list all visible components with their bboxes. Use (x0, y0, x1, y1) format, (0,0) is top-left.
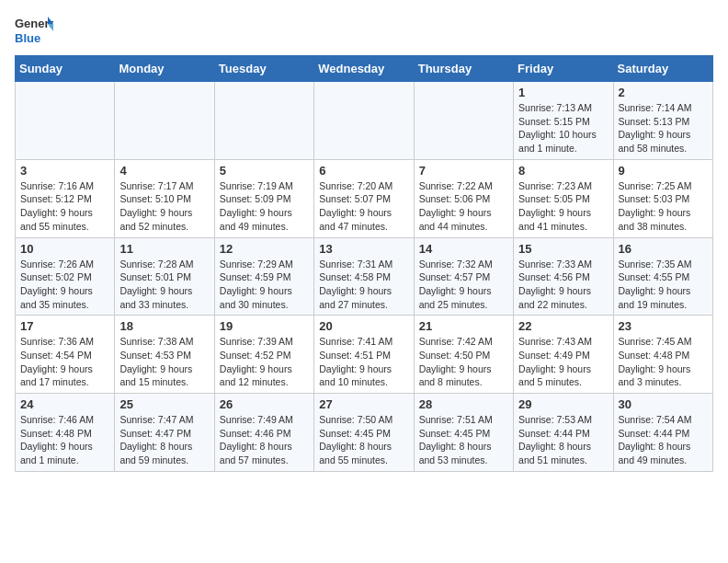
svg-text:General: General (15, 17, 53, 30)
calendar-cell: 29Sunrise: 7:53 AMSunset: 4:44 PMDayligh… (514, 394, 613, 472)
calendar-week-row: 10Sunrise: 7:26 AMSunset: 5:02 PMDayligh… (16, 237, 713, 316)
calendar-cell: 19Sunrise: 7:39 AMSunset: 4:52 PMDayligh… (214, 316, 313, 394)
calendar-cell: 30Sunrise: 7:54 AMSunset: 4:44 PMDayligh… (613, 394, 712, 472)
calendar-week-row: 1Sunrise: 7:13 AMSunset: 5:15 PMDaylight… (16, 82, 713, 160)
day-info: Sunrise: 7:23 AMSunset: 5:05 PMDaylight:… (518, 179, 608, 234)
calendar-cell: 20Sunrise: 7:41 AMSunset: 4:51 PMDayligh… (314, 316, 414, 394)
calendar-cell: 2Sunrise: 7:14 AMSunset: 5:13 PMDaylight… (613, 82, 712, 160)
weekday-header-thursday: Thursday (414, 56, 513, 82)
day-info: Sunrise: 7:19 AMSunset: 5:09 PMDaylight:… (220, 179, 309, 234)
day-number: 1 (518, 86, 608, 99)
day-number: 7 (419, 164, 508, 178)
calendar-cell (414, 82, 513, 160)
day-number: 26 (220, 397, 309, 411)
calendar-table: SundayMondayTuesdayWednesdayThursdayFrid… (15, 55, 713, 472)
calendar-cell: 3Sunrise: 7:16 AMSunset: 5:12 PMDaylight… (16, 159, 115, 237)
calendar-cell: 27Sunrise: 7:50 AMSunset: 4:45 PMDayligh… (314, 394, 414, 472)
calendar-cell: 7Sunrise: 7:22 AMSunset: 5:06 PMDaylight… (414, 159, 513, 237)
calendar-cell (16, 82, 115, 160)
day-number: 30 (619, 397, 708, 411)
day-info: Sunrise: 7:32 AMSunset: 4:57 PMDaylight:… (419, 258, 508, 312)
day-number: 6 (319, 164, 408, 178)
day-number: 24 (20, 397, 109, 411)
day-number: 10 (20, 242, 109, 256)
calendar-cell: 26Sunrise: 7:49 AMSunset: 4:46 PMDayligh… (214, 394, 313, 472)
day-number: 3 (20, 164, 109, 178)
weekday-header-tuesday: Tuesday (214, 56, 313, 82)
day-info: Sunrise: 7:49 AMSunset: 4:46 PMDaylight:… (220, 413, 309, 467)
day-number: 11 (119, 242, 209, 256)
calendar-cell: 15Sunrise: 7:33 AMSunset: 4:56 PMDayligh… (514, 237, 613, 316)
day-info: Sunrise: 7:14 AMSunset: 5:13 PMDaylight:… (619, 101, 708, 155)
calendar-cell: 4Sunrise: 7:17 AMSunset: 5:10 PMDaylight… (115, 159, 214, 237)
calendar-cell: 25Sunrise: 7:47 AMSunset: 4:47 PMDayligh… (115, 394, 214, 472)
day-info: Sunrise: 7:31 AMSunset: 4:58 PMDaylight:… (319, 258, 408, 312)
calendar-cell: 1Sunrise: 7:13 AMSunset: 5:15 PMDaylight… (514, 82, 613, 160)
calendar-cell (214, 82, 313, 160)
day-info: Sunrise: 7:41 AMSunset: 4:51 PMDaylight:… (319, 335, 408, 389)
day-info: Sunrise: 7:47 AMSunset: 4:47 PMDaylight:… (119, 413, 209, 467)
day-number: 19 (220, 319, 309, 333)
day-number: 14 (419, 242, 508, 256)
day-info: Sunrise: 7:35 AMSunset: 4:55 PMDaylight:… (619, 258, 708, 312)
calendar-cell: 14Sunrise: 7:32 AMSunset: 4:57 PMDayligh… (414, 237, 513, 316)
calendar-cell: 24Sunrise: 7:46 AMSunset: 4:48 PMDayligh… (16, 394, 115, 472)
day-number: 13 (319, 242, 408, 256)
weekday-header-friday: Friday (514, 56, 613, 82)
logo-icon: General Blue (15, 15, 53, 48)
weekday-header-saturday: Saturday (613, 56, 712, 82)
weekday-header-row: SundayMondayTuesdayWednesdayThursdayFrid… (16, 56, 713, 82)
calendar-cell: 21Sunrise: 7:42 AMSunset: 4:50 PMDayligh… (414, 316, 513, 394)
day-info: Sunrise: 7:20 AMSunset: 5:07 PMDaylight:… (319, 179, 408, 234)
calendar-cell: 5Sunrise: 7:19 AMSunset: 5:09 PMDaylight… (214, 159, 313, 237)
day-number: 16 (619, 242, 708, 256)
calendar-week-row: 24Sunrise: 7:46 AMSunset: 4:48 PMDayligh… (16, 394, 713, 472)
day-info: Sunrise: 7:13 AMSunset: 5:15 PMDaylight:… (518, 101, 608, 155)
day-number: 2 (619, 86, 708, 99)
day-info: Sunrise: 7:25 AMSunset: 5:03 PMDaylight:… (619, 179, 708, 234)
calendar-cell: 11Sunrise: 7:28 AMSunset: 5:01 PMDayligh… (115, 237, 214, 316)
day-number: 28 (419, 397, 508, 411)
day-info: Sunrise: 7:54 AMSunset: 4:44 PMDaylight:… (619, 413, 708, 467)
day-number: 8 (518, 164, 608, 178)
day-info: Sunrise: 7:45 AMSunset: 4:48 PMDaylight:… (619, 335, 708, 389)
calendar-cell: 23Sunrise: 7:45 AMSunset: 4:48 PMDayligh… (613, 316, 712, 394)
day-info: Sunrise: 7:29 AMSunset: 4:59 PMDaylight:… (220, 258, 309, 312)
day-info: Sunrise: 7:33 AMSunset: 4:56 PMDaylight:… (518, 258, 608, 312)
calendar-cell: 18Sunrise: 7:38 AMSunset: 4:53 PMDayligh… (115, 316, 214, 394)
calendar-cell: 12Sunrise: 7:29 AMSunset: 4:59 PMDayligh… (214, 237, 313, 316)
calendar-cell: 28Sunrise: 7:51 AMSunset: 4:45 PMDayligh… (414, 394, 513, 472)
logo: General Blue (15, 15, 53, 48)
calendar-cell (314, 82, 414, 160)
day-number: 29 (518, 397, 608, 411)
day-number: 12 (220, 242, 309, 256)
day-number: 18 (119, 319, 209, 333)
day-info: Sunrise: 7:53 AMSunset: 4:44 PMDaylight:… (518, 413, 608, 467)
day-number: 17 (20, 319, 109, 333)
calendar-cell: 13Sunrise: 7:31 AMSunset: 4:58 PMDayligh… (314, 237, 414, 316)
day-number: 9 (619, 164, 708, 178)
day-info: Sunrise: 7:43 AMSunset: 4:49 PMDaylight:… (518, 335, 608, 389)
day-number: 5 (220, 164, 309, 178)
day-info: Sunrise: 7:38 AMSunset: 4:53 PMDaylight:… (119, 335, 209, 389)
calendar-cell: 6Sunrise: 7:20 AMSunset: 5:07 PMDaylight… (314, 159, 414, 237)
calendar-week-row: 3Sunrise: 7:16 AMSunset: 5:12 PMDaylight… (16, 159, 713, 237)
day-info: Sunrise: 7:50 AMSunset: 4:45 PMDaylight:… (319, 413, 408, 467)
day-number: 25 (119, 397, 209, 411)
day-number: 22 (518, 319, 608, 333)
day-info: Sunrise: 7:28 AMSunset: 5:01 PMDaylight:… (119, 258, 209, 312)
calendar-cell (115, 82, 214, 160)
svg-text:Blue: Blue (15, 31, 40, 45)
day-info: Sunrise: 7:16 AMSunset: 5:12 PMDaylight:… (20, 179, 109, 234)
day-info: Sunrise: 7:46 AMSunset: 4:48 PMDaylight:… (20, 413, 109, 467)
day-info: Sunrise: 7:22 AMSunset: 5:06 PMDaylight:… (419, 179, 508, 234)
day-info: Sunrise: 7:26 AMSunset: 5:02 PMDaylight:… (20, 258, 109, 312)
weekday-header-monday: Monday (115, 56, 214, 82)
day-info: Sunrise: 7:51 AMSunset: 4:45 PMDaylight:… (419, 413, 508, 467)
calendar-cell: 8Sunrise: 7:23 AMSunset: 5:05 PMDaylight… (514, 159, 613, 237)
day-number: 23 (619, 319, 708, 333)
day-number: 21 (419, 319, 508, 333)
day-info: Sunrise: 7:17 AMSunset: 5:10 PMDaylight:… (119, 179, 209, 234)
calendar-cell: 17Sunrise: 7:36 AMSunset: 4:54 PMDayligh… (16, 316, 115, 394)
calendar-cell: 16Sunrise: 7:35 AMSunset: 4:55 PMDayligh… (613, 237, 712, 316)
